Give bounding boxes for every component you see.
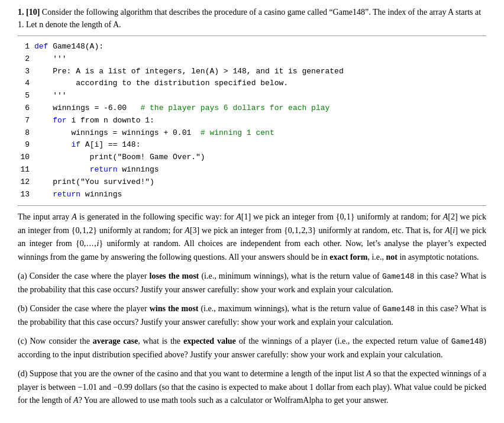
question-d: (d) Suppose that you are the owner of th… xyxy=(18,367,486,407)
code-line-11: 11 return winnings xyxy=(18,164,486,176)
problem-description: The input array A is generated in the fo… xyxy=(18,211,486,264)
code-line-9: 9 if A[i] == 148: xyxy=(18,139,486,151)
code-line-7: 7 for i from n downto 1: xyxy=(18,115,486,127)
problem-header: 1. [10] Consider the following algorithm… xyxy=(18,6,486,31)
question-a: (a) Consider the case where the player l… xyxy=(18,270,486,296)
question-b: (b) Consider the case where the player w… xyxy=(18,302,486,329)
problem-container: 1. [10] Consider the following algorithm… xyxy=(18,6,486,408)
code-line-10: 10 print("Boom! Game Over.") xyxy=(18,151,486,164)
code-line-1: 1 def Game148(A): xyxy=(18,41,486,53)
code-line-12: 12 print("You survived!") xyxy=(18,176,486,189)
question-c: (c) Now consider the average case, what … xyxy=(18,335,486,361)
code-line-5: 5 ''' xyxy=(18,90,486,102)
code-line-13: 13 return winnings xyxy=(18,189,486,201)
code-block: 1 def Game148(A): 2 ''' 3 Pre: A is a li… xyxy=(18,35,486,206)
code-line-4: 4 according to the distribution specifie… xyxy=(18,78,486,90)
code-line-2: 2 ''' xyxy=(18,53,486,66)
code-line-6: 6 winnings = -6.00 # the player pays 6 d… xyxy=(18,102,486,115)
problem-number: 1. [10] xyxy=(18,8,40,17)
code-line-8: 8 winnings = winnings + 0.01 # winning 1… xyxy=(18,127,486,140)
problem-header-text: Consider the following algorithm that de… xyxy=(18,8,481,29)
code-line-3: 3 Pre: A is a list of integers, len(A) >… xyxy=(18,66,486,78)
